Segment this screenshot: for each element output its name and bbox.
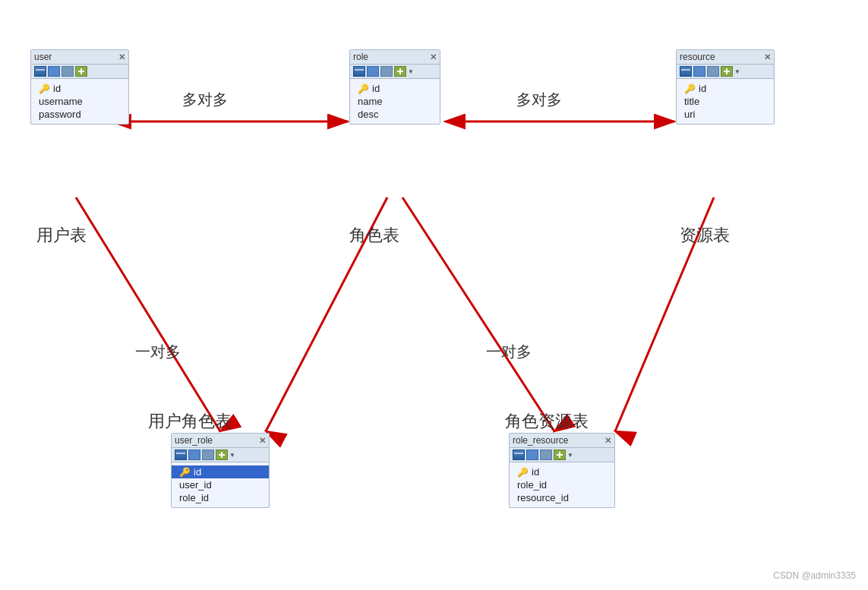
role-resource-table-toolbar: ▼ [510,448,614,462]
role-table-toolbar: ▼ [350,65,440,79]
role-resource-toolbar-table-icon [513,450,525,460]
resource-table-body: 🔑 id title uri [677,79,774,124]
user-table-toolbar [31,65,128,79]
user-toolbar-columns-icon [62,66,74,77]
role-toolbar-grid-icon [367,66,379,77]
user-role-toolbar-add-icon[interactable] [216,450,228,460]
role-toolbar-add-icon[interactable] [394,66,406,77]
user-role-toolbar-grid-icon [188,450,200,460]
resource-field-title: title [683,95,768,108]
role-resource-table-body: 🔑 id role_id resource_id [510,462,614,507]
resource-toolbar-add-icon[interactable] [721,66,733,77]
key-icon: 🔑 [39,84,50,94]
role-resource-table-header: role_resource ✕ [510,434,614,448]
role-table-label: 角色表 [349,224,399,247]
role-one-to-many-label: 一对多 [486,342,532,362]
user-table-header: user ✕ [31,50,128,65]
role-resource-table: role_resource ✕ ▼ 🔑 id role_id resource_… [509,433,615,508]
user-role-table-toolbar: ▼ [172,448,269,462]
user-role-table-close[interactable]: ✕ [259,436,266,446]
role-resource-toolbar-dropdown-icon[interactable]: ▼ [567,450,573,460]
user-table-body: 🔑 id username password [31,79,128,124]
role-field-id: 🔑 id [356,82,434,95]
diagram-container: user ✕ 🔑 id username password role ✕ [0,0,868,590]
role-table-body: 🔑 id name desc [350,79,440,124]
user-table-title: user [34,52,52,62]
svg-line-5 [76,197,220,431]
role-table-close[interactable]: ✕ [430,52,437,62]
role-field-name: name [356,95,434,108]
role-toolbar-dropdown-icon[interactable]: ▼ [408,66,414,77]
role-resource-toolbar-grid-icon [526,450,538,460]
role-toolbar-columns-icon [380,66,393,77]
role-resource-table-title: role_resource [513,435,568,446]
user-field-id: 🔑 id [37,82,122,95]
user-toolbar-grid-icon [48,66,60,77]
user-role-field-id: 🔑 id [172,465,269,478]
key-icon: 🔑 [684,84,696,94]
user-role-field-userid: user_id [178,478,263,491]
user-toolbar-table-icon [34,66,46,77]
role-resource-field-roleid: role_id [516,478,608,491]
user-table-close[interactable]: ✕ [118,52,125,62]
user-role-many-label: 多对多 [182,90,228,110]
resource-toolbar-table-icon [680,66,692,77]
resource-toolbar-dropdown-icon[interactable]: ▼ [734,66,740,77]
resource-field-uri: uri [683,108,768,121]
resource-table-label: 资源表 [680,224,730,247]
user-role-toolbar-dropdown-icon[interactable]: ▼ [229,450,235,460]
watermark: CSDN @admin3335 [773,570,856,581]
key-icon: 🔑 [358,84,369,94]
user-one-to-many-label: 一对多 [135,342,181,362]
resource-table-toolbar: ▼ [677,65,774,79]
user-role-table: user_role ✕ ▼ 🔑 id user_id role_id [171,433,270,508]
role-resource-field-id: 🔑 id [516,465,608,478]
resource-table: resource ✕ ▼ 🔑 id title uri [676,49,775,125]
user-role-table-title: user_role [175,435,213,446]
role-resource-toolbar-columns-icon [540,450,552,460]
resource-toolbar-grid-icon [693,66,705,77]
user-role-table-body: 🔑 id user_id role_id [172,462,269,507]
user-role-table-header: user_role ✕ [172,434,269,448]
user-table-label: 用户表 [36,224,87,247]
user-field-password: password [37,108,122,121]
role-resource-many-label: 多对多 [516,90,562,110]
role-resource-toolbar-add-icon[interactable] [554,450,566,460]
role-resource-table-close[interactable]: ✕ [604,436,611,446]
user-role-field-roleid: role_id [178,491,263,504]
role-table-title: role [353,52,368,62]
resource-table-close[interactable]: ✕ [764,52,771,62]
resource-toolbar-columns-icon [707,66,719,77]
role-table: role ✕ ▼ 🔑 id name desc [349,49,440,125]
role-toolbar-table-icon [353,66,365,77]
user-table: user ✕ 🔑 id username password [30,49,129,125]
user-role-toolbar-table-icon [175,450,187,460]
key-icon: 🔑 [517,467,529,478]
resource-table-header: resource ✕ [677,50,774,65]
user-role-toolbar-columns-icon [202,450,214,460]
role-resource-table-label: 角色资源表 [505,410,589,433]
resource-field-id: 🔑 id [683,82,768,95]
svg-line-7 [402,197,554,431]
user-role-table-label: 用户角色表 [148,410,232,433]
user-toolbar-add-icon[interactable] [75,66,87,77]
role-resource-field-resourceid: resource_id [516,491,608,504]
role-field-desc: desc [356,108,434,121]
resource-table-title: resource [680,52,715,62]
role-table-header: role ✕ [350,50,440,65]
user-field-username: username [37,95,122,108]
key-icon: 🔑 [179,467,191,478]
